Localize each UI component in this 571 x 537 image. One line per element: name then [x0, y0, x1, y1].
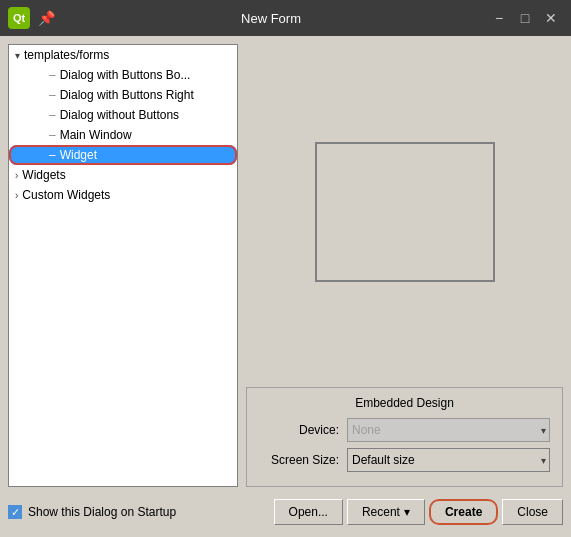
right-panel: Embedded Design Device: None ▾ Screen Si… — [246, 44, 563, 487]
tree-root-label: templates/forms — [24, 48, 109, 62]
tree-item-label: Main Window — [60, 128, 132, 142]
embedded-design-title: Embedded Design — [259, 396, 550, 410]
recent-dropdown-arrow: ▾ — [404, 505, 410, 519]
dash-icon: – — [29, 68, 56, 82]
pin-icon[interactable]: 📌 — [38, 10, 55, 26]
device-row: Device: None ▾ — [259, 418, 550, 442]
startup-checkbox-label: Show this Dialog on Startup — [28, 505, 176, 519]
tree-item-main-window[interactable]: – Main Window — [9, 125, 237, 145]
widgets-expand-arrow: › — [15, 170, 18, 181]
screen-size-label: Screen Size: — [259, 453, 339, 467]
tree-section-custom-widgets[interactable]: › Custom Widgets — [9, 185, 237, 205]
tree-item-dialog-buttons-bottom[interactable]: – Dialog with Buttons Bo... — [9, 65, 237, 85]
close-button[interactable]: Close — [502, 499, 563, 525]
widget-preview — [315, 142, 495, 282]
minimize-button[interactable]: − — [487, 6, 511, 30]
screen-size-select[interactable]: Default size 320x240 480x320 640x480 800… — [347, 448, 550, 472]
tree-root[interactable]: ▾ templates/forms — [9, 45, 237, 65]
content-row: ▾ templates/forms – Dialog with Buttons … — [8, 44, 563, 487]
bottom-row: ✓ Show this Dialog on Startup Open... Re… — [8, 495, 563, 529]
tree-item-label: Dialog without Buttons — [60, 108, 179, 122]
titlebar-controls: − □ ✕ — [487, 6, 563, 30]
preview-area — [246, 44, 563, 379]
custom-widgets-expand-arrow: › — [15, 190, 18, 201]
tree-item-dialog-no-buttons[interactable]: – Dialog without Buttons — [9, 105, 237, 125]
maximize-button[interactable]: □ — [513, 6, 537, 30]
recent-button[interactable]: Recent ▾ — [347, 499, 425, 525]
titlebar-left-icons: Qt 📌 — [8, 7, 55, 29]
embedded-design-panel: Embedded Design Device: None ▾ Screen Si… — [246, 387, 563, 487]
root-expand-arrow: ▾ — [15, 50, 20, 61]
action-buttons: Open... Recent ▾ Create Close — [274, 499, 563, 525]
screen-size-row: Screen Size: Default size 320x240 480x32… — [259, 448, 550, 472]
tree-item-label: Widget — [60, 148, 97, 162]
device-select[interactable]: None — [347, 418, 550, 442]
startup-checkbox-row: ✓ Show this Dialog on Startup — [8, 505, 176, 519]
startup-checkbox[interactable]: ✓ — [8, 505, 22, 519]
tree-item-label: Dialog with Buttons Bo... — [60, 68, 191, 82]
check-icon: ✓ — [11, 506, 20, 519]
create-button[interactable]: Create — [429, 499, 498, 525]
template-tree: ▾ templates/forms – Dialog with Buttons … — [8, 44, 238, 487]
tree-section-label: Widgets — [22, 168, 65, 182]
titlebar: Qt 📌 New Form − □ ✕ — [0, 0, 571, 36]
qt-logo: Qt — [8, 7, 30, 29]
main-content: ▾ templates/forms – Dialog with Buttons … — [0, 36, 571, 537]
close-window-button[interactable]: ✕ — [539, 6, 563, 30]
device-select-wrapper: None ▾ — [347, 418, 550, 442]
tree-item-label: Dialog with Buttons Right — [60, 88, 194, 102]
close-button-label: Close — [517, 505, 548, 519]
tree-section-widgets[interactable]: › Widgets — [9, 165, 237, 185]
dash-icon: – — [29, 148, 56, 162]
open-button-label: Open... — [289, 505, 328, 519]
recent-button-label: Recent — [362, 505, 400, 519]
dash-icon: – — [29, 88, 56, 102]
window-title: New Form — [55, 11, 487, 26]
tree-item-widget[interactable]: – Widget — [9, 145, 237, 165]
tree-section-label: Custom Widgets — [22, 188, 110, 202]
dash-icon: – — [29, 108, 56, 122]
device-label: Device: — [259, 423, 339, 437]
open-button[interactable]: Open... — [274, 499, 343, 525]
create-button-label: Create — [445, 505, 482, 519]
tree-item-dialog-buttons-right[interactable]: – Dialog with Buttons Right — [9, 85, 237, 105]
screen-size-select-wrapper: Default size 320x240 480x320 640x480 800… — [347, 448, 550, 472]
dash-icon: – — [29, 128, 56, 142]
